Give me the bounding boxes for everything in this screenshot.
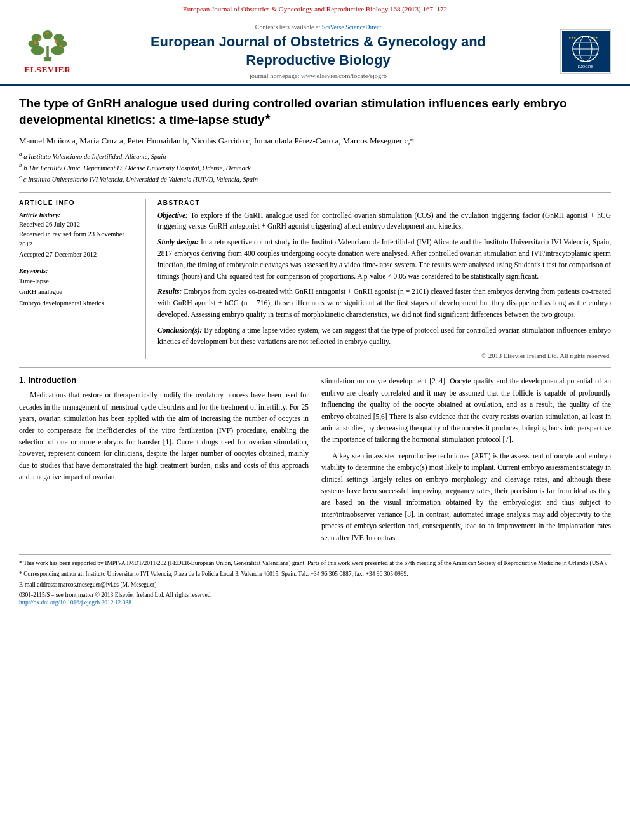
results-label: Results:	[158, 288, 182, 295]
body-right-col: stimulation on oocyte development [2–4].…	[321, 375, 611, 547]
svg-text:★★: ★★	[593, 36, 598, 39]
elsevier-wordmark: ELSEVIER	[24, 65, 71, 75]
conclusions-label: Conclusion(s):	[158, 326, 202, 334]
elsevier-logo-area: ELSEVIER	[13, 29, 83, 75]
abstract-study-design: Study design: In a retrospective cohort …	[158, 237, 611, 282]
body-section: 1. Introduction Medications that restore…	[19, 375, 611, 547]
ejogrb-logo-icon: ★★★ ★★ EJOGRB	[562, 31, 610, 72]
objective-text: To explore if the GnRH analogue used for…	[158, 211, 611, 230]
email-footnote: E-mail address: marcos.meseguer@ivi.es (…	[19, 580, 611, 589]
journal-header: ELSEVIER Contents lists available at Sci…	[0, 17, 630, 86]
svg-text:EJOGRB: EJOGRB	[577, 65, 593, 69]
keywords-list: Time-lapse GnRH analogue Embryo developm…	[19, 276, 134, 310]
journal-logo: ★★★ ★★ EJOGRB	[560, 29, 611, 74]
svg-text:★★★: ★★★	[568, 36, 577, 39]
copyright-line: © 2013 Elsevier Ireland Ltd. All rights …	[158, 352, 611, 359]
elsevier-tree-icon	[25, 29, 70, 63]
study-design-label: Study design:	[158, 238, 199, 246]
journal-logo-area: ★★★ ★★ EJOGRB	[554, 29, 617, 74]
history-label: Article history:	[19, 211, 134, 218]
sciverse-line: Contents lists available at SciVerse Sci…	[89, 23, 547, 30]
conclusions-text: By adopting a time-lapse video system, w…	[158, 326, 611, 345]
received-date: Received 26 July 2012	[19, 220, 134, 230]
svg-rect-1	[46, 46, 49, 58]
doi-link[interactable]: http://dx.doi.org/10.1016/j.ejogrb.2012.…	[19, 599, 131, 606]
svg-point-9	[34, 41, 37, 44]
journal-homepage: journal homepage: www.elsevier.com/locat…	[89, 72, 547, 79]
abstract-label: ABSTRACT	[158, 199, 611, 206]
journal-title-area: Contents lists available at SciVerse Sci…	[83, 23, 554, 79]
introduction-heading: 1. Introduction	[19, 375, 309, 385]
abstract-conclusions: Conclusion(s): By adopting a time-lapse …	[158, 325, 611, 348]
affiliations: a a Instituto Valenciano de Infertilidad…	[19, 150, 611, 185]
results-text: Embryos from cycles co-treated with GnRH…	[158, 288, 611, 318]
study-design-text: In a retrospective cohort study in the I…	[158, 238, 611, 279]
abstract-results: Results: Embryos from cycles co-treated …	[158, 286, 611, 320]
star-footnote: * This work has been supported by IMPIVA…	[19, 559, 611, 568]
body-left-col: 1. Introduction Medications that restore…	[19, 375, 309, 547]
abstract-panel: ABSTRACT Objective: To explore if the Gn…	[146, 199, 611, 360]
svg-point-11	[55, 40, 57, 43]
intro-para-2: stimulation on oocyte development [2–4].…	[321, 375, 611, 445]
article-title: The type of GnRH analogue used during co…	[19, 95, 611, 128]
affiliation-a: a a Instituto Valenciano de Infertilidad…	[19, 150, 611, 161]
main-content: The type of GnRH analogue used during co…	[0, 86, 630, 617]
article-info-label: ARTICLE INFO	[19, 199, 134, 206]
doi-line: http://dx.doi.org/10.1016/j.ejogrb.2012.…	[19, 599, 611, 606]
journal-reference: European Journal of Obstetrics & Gynecol…	[183, 5, 447, 13]
svg-point-10	[39, 37, 41, 40]
abstract-objective: Objective: To explore if the GnRH analog…	[158, 210, 611, 233]
corresponding-footnote: * Corresponding author at: Instituto Uni…	[19, 570, 611, 578]
info-abstract-section: ARTICLE INFO Article history: Received 2…	[19, 192, 611, 360]
intro-para-3: A key step in assisted reproductive tech…	[321, 450, 611, 543]
accepted-date: Accepted 27 December 2012	[19, 250, 134, 260]
intro-para-1: Medications that restore or therapeutica…	[19, 389, 309, 483]
issn-line: 0301-2115/$ – see front matter © 2013 El…	[19, 592, 611, 598]
section-divider	[19, 367, 611, 368]
objective-label: Objective:	[158, 211, 188, 219]
keyword-1: Time-lapse	[19, 276, 134, 287]
journal-title: European Journal of Obstetrics & Gynecol…	[89, 33, 547, 69]
keyword-2: GnRH analogue	[19, 286, 134, 298]
top-bar: European Journal of Obstetrics & Gynecol…	[0, 0, 630, 17]
svg-point-4	[32, 34, 42, 41]
sciverse-link[interactable]: SciVerse ScienceDirect	[322, 23, 382, 30]
article-info-panel: ARTICLE INFO Article history: Received 2…	[19, 199, 146, 360]
affiliation-c: c c Instituto Universitario IVI Valencia…	[19, 173, 611, 184]
keywords-heading: Keywords:	[19, 267, 134, 274]
footnotes-section: * This work has been supported by IMPIVA…	[19, 554, 611, 606]
svg-point-12	[60, 44, 62, 47]
authors-line: Manuel Muñoz a, María Cruz a, Peter Huma…	[19, 136, 611, 146]
keyword-3: Embryo developmental kinetics	[19, 298, 134, 309]
affiliation-b: b b The Fertility Clinic, Department D, …	[19, 161, 611, 173]
svg-point-13	[46, 31, 49, 34]
revised-date: Received in revised form 23 November 201…	[19, 229, 134, 250]
page: European Journal of Obstetrics & Gynecol…	[0, 0, 630, 840]
